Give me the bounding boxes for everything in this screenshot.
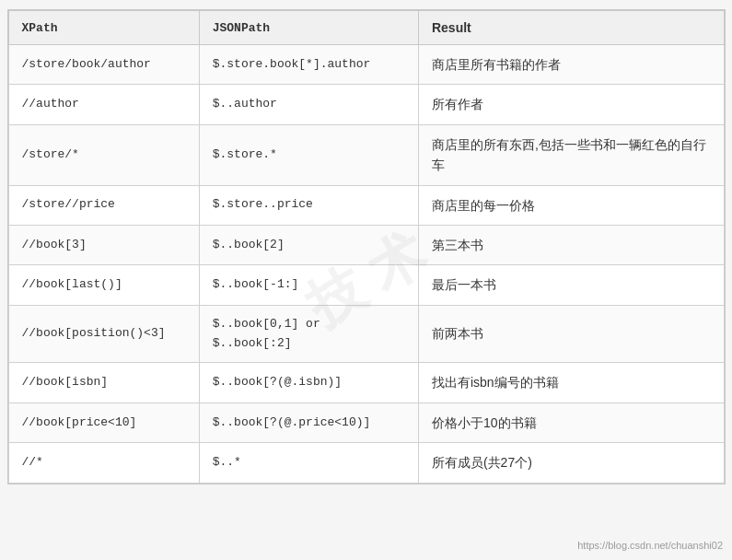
header-jsonpath: JSONPath	[199, 11, 418, 45]
cell-result: 所有成员(共27个)	[418, 443, 724, 483]
table-row: /store/*$.store.*商店里的所有东西,包括一些书和一辆红色的自行车	[8, 124, 724, 185]
cell-jsonpath: $.store.book[*].author	[199, 45, 418, 85]
table-row: /store//price$.store..price商店里的每一价格	[8, 185, 724, 225]
table-row: //author$..author所有作者	[8, 85, 724, 124]
header-xpath: XPath	[8, 11, 199, 45]
cell-jsonpath: $.store.*	[199, 124, 418, 185]
cell-result: 价格小于10的书籍	[418, 402, 724, 442]
cell-xpath: /store//price	[8, 185, 199, 225]
cell-jsonpath: $..book[?(@.isbn)]	[199, 363, 418, 402]
cell-result: 所有作者	[418, 85, 724, 124]
cell-result: 前两本书	[418, 305, 724, 363]
table-row: //book[last()]$..book[-1:]最后一本书	[8, 265, 724, 305]
cell-result: 第三本书	[418, 225, 724, 264]
cell-result: 最后一本书	[418, 265, 724, 305]
cell-jsonpath: $..author	[199, 85, 418, 124]
table-row: //book[price<10]$..book[?(@.price<10)]价格…	[8, 402, 724, 442]
cell-jsonpath: $..book[-1:]	[199, 265, 418, 305]
cell-jsonpath: $..book[2]	[199, 225, 418, 264]
cell-xpath: //book[isbn]	[8, 363, 199, 402]
cell-xpath: //book[price<10]	[8, 402, 199, 442]
table-row: /store/book/author$.store.book[*].author…	[8, 45, 724, 85]
cell-xpath: /store/*	[8, 124, 199, 185]
table-row: //book[isbn]$..book[?(@.isbn)]找出有isbn编号的…	[8, 363, 724, 402]
cell-xpath: //*	[8, 443, 199, 483]
cell-jsonpath: $..book[?(@.price<10)]	[199, 402, 418, 442]
table-header-row: XPath JSONPath Result	[8, 11, 724, 45]
table-row: //book[position()<3]$..book[0,1] or$..bo…	[8, 305, 724, 363]
cell-result: 商店里所有书籍的作者	[418, 45, 724, 85]
cell-xpath: //book[position()<3]	[8, 305, 199, 363]
watermark-url: https://blog.csdn.net/chuanshi02	[577, 540, 723, 551]
header-result: Result	[418, 11, 724, 45]
table-row: //book[3]$..book[2]第三本书	[8, 225, 724, 264]
table-row: //*$..*所有成员(共27个)	[8, 443, 724, 483]
cell-xpath: //book[3]	[8, 225, 199, 264]
cell-result: 找出有isbn编号的书籍	[418, 363, 724, 402]
cell-jsonpath: $..book[0,1] or$..book[:2]	[199, 305, 418, 363]
cell-jsonpath: $..*	[199, 443, 418, 483]
cell-xpath: /store/book/author	[8, 45, 199, 85]
cell-xpath: //book[last()]	[8, 265, 199, 305]
cell-xpath: //author	[8, 85, 199, 124]
cell-jsonpath: $.store..price	[199, 185, 418, 225]
comparison-table: XPath JSONPath Result /store/book/author…	[8, 10, 725, 484]
cell-result: 商店里的所有东西,包括一些书和一辆红色的自行车	[418, 124, 724, 185]
cell-result: 商店里的每一价格	[418, 185, 724, 225]
